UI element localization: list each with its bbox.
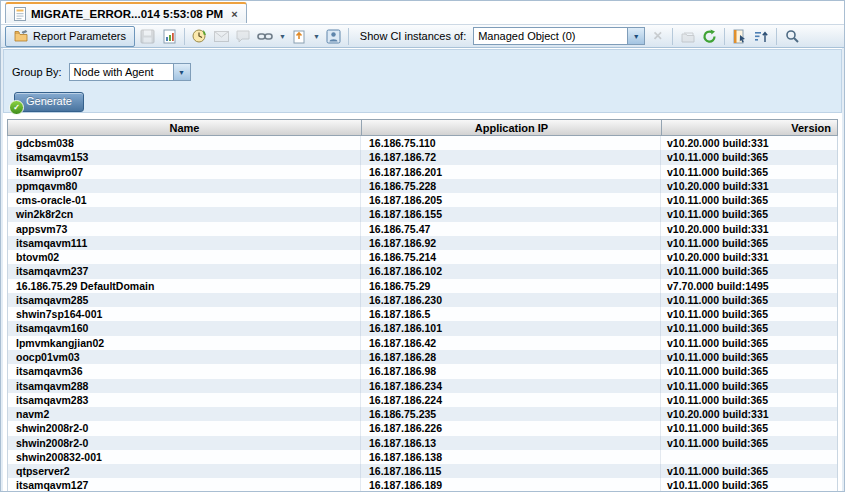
export-dropdown-caret-icon[interactable]: ▼	[313, 33, 320, 40]
table-row[interactable]: itsamwipro0716.187.186.201v10.11.000 bui…	[8, 165, 837, 179]
link-dropdown-caret-icon[interactable]: ▼	[279, 33, 286, 40]
export-report-icon[interactable]	[160, 27, 179, 46]
table-cell: v10.20.000 build:331	[661, 136, 837, 150]
table-cell: 16.187.186.189	[361, 478, 661, 492]
clear-icon: ✕	[648, 27, 667, 46]
group-by-value: Node with Agent	[70, 66, 173, 78]
toolbar-separator	[724, 28, 725, 45]
table-cell: v10.11.000 build:365	[661, 379, 837, 393]
table-cell: v10.11.000 build:365	[661, 150, 837, 164]
ci-instances-select[interactable]: Managed Object (0) ▼	[473, 27, 645, 45]
table-cell: v10.11.000 build:365	[661, 207, 837, 221]
group-by-label: Group By:	[12, 66, 62, 78]
tab-title: MIGRATE_ERROR...014 5:53:08 PM	[31, 8, 223, 20]
table-cell: 16.186.75.110	[361, 136, 661, 150]
group-by-select[interactable]: Node with Agent ▼	[69, 63, 191, 81]
report-parameters-button[interactable]: Report Parameters	[5, 26, 135, 47]
table-cell: 16.187.186.234	[361, 379, 661, 393]
table-row[interactable]: cms-oracle-0116.187.186.205v10.11.000 bu…	[8, 193, 837, 207]
table-cell: appsvm73	[8, 222, 361, 236]
table-cell: 16.187.186.42	[361, 336, 661, 350]
table-cell: v10.11.000 build:365	[661, 264, 837, 278]
search-icon[interactable]	[782, 27, 801, 46]
table-row[interactable]: gdcbsm03816.186.75.110v10.20.000 build:3…	[8, 136, 837, 150]
table-cell: ppmqavm80	[8, 179, 361, 193]
table-cell: 16.187.186.201	[361, 165, 661, 179]
table-row[interactable]: itsamqavm16016.187.186.101v10.11.000 bui…	[8, 321, 837, 335]
table-row[interactable]: shwin200832-00116.187.186.138	[8, 450, 837, 464]
table-row[interactable]: shwin7sp164-00116.187.186.5v10.11.000 bu…	[8, 307, 837, 321]
toolbar: Report Parameters ▼ ▼ Show CI	[1, 24, 844, 48]
table-cell: shwin2008r2-0	[8, 421, 361, 435]
table-cell: navm2	[8, 407, 361, 421]
table-row[interactable]: itsamqavm23716.187.186.102v10.11.000 bui…	[8, 264, 837, 278]
link-icon[interactable]	[256, 27, 275, 46]
chevron-down-icon[interactable]: ▼	[627, 28, 644, 44]
table-cell: 16.186.75.47	[361, 222, 661, 236]
document-icon	[14, 7, 26, 21]
generate-button-label: Generate	[26, 95, 72, 107]
report-parameters-label: Report Parameters	[33, 30, 126, 42]
table-cell: shwin2008r2-0	[8, 436, 361, 450]
select-view-icon[interactable]	[730, 27, 749, 46]
table-row[interactable]: itsamqavm15316.187.186.72v10.11.000 buil…	[8, 150, 837, 164]
user-icon[interactable]	[324, 27, 343, 46]
table-row[interactable]: btovm0216.186.75.214v10.20.000 build:331	[8, 250, 837, 264]
toolbar-separator	[672, 28, 673, 45]
table-row[interactable]: win2k8r2cn16.187.186.155v10.11.000 build…	[8, 207, 837, 221]
sort-icon[interactable]	[752, 27, 771, 46]
table-row[interactable]: itsamqavm28316.187.186.224v10.11.000 bui…	[8, 393, 837, 407]
table-row[interactable]: 16.186.75.29 DefaultDomain16.186.75.29v7…	[8, 279, 837, 293]
table-cell: oocp01vm03	[8, 350, 361, 364]
table-cell: cms-oracle-01	[8, 193, 361, 207]
table-row[interactable]: navm216.186.75.235v10.20.000 build:331	[8, 407, 837, 421]
table-cell: 16.187.186.101	[361, 321, 661, 335]
table-row[interactable]: shwin2008r2-016.187.186.13v10.11.000 bui…	[8, 436, 837, 450]
schedule-icon[interactable]	[190, 27, 209, 46]
table-cell: 16.186.75.29 DefaultDomain	[8, 279, 361, 293]
column-header-name[interactable]: Name	[8, 120, 362, 135]
check-icon: ✓	[9, 100, 24, 115]
table-cell: itsamqavm153	[8, 150, 361, 164]
table-cell: v10.11.000 build:365	[661, 193, 837, 207]
chevron-down-icon[interactable]: ▼	[173, 64, 190, 80]
table-row[interactable]: ppmqavm8016.186.75.228v10.20.000 build:3…	[8, 179, 837, 193]
table-row[interactable]: itsamqavm11116.187.186.92v10.11.000 buil…	[8, 236, 837, 250]
table-cell: 16.187.186.98	[361, 364, 661, 378]
table-row[interactable]: shwin2008r2-016.187.186.226v10.11.000 bu…	[8, 421, 837, 435]
table-cell: v10.20.000 build:331	[661, 250, 837, 264]
column-header-version[interactable]: Version	[662, 120, 837, 135]
refresh-icon[interactable]	[700, 27, 719, 46]
table-cell	[661, 450, 837, 464]
tab-migrate-error-report[interactable]: MIGRATE_ERROR...014 5:53:08 PM ×	[5, 2, 247, 23]
table-cell: v10.11.000 build:365	[661, 293, 837, 307]
table-row[interactable]: appsvm7316.186.75.47v10.20.000 build:331	[8, 222, 837, 236]
table-cell: 16.187.186.5	[361, 307, 661, 321]
table-row[interactable]: lpmvmkangjian0216.187.186.42v10.11.000 b…	[8, 336, 837, 350]
table-cell: v10.11.000 build:365	[661, 464, 837, 478]
table-cell: 16.187.186.13	[361, 436, 661, 450]
generate-button[interactable]: Generate ✓	[14, 92, 84, 112]
table-row[interactable]: itsamqavm28516.187.186.230v10.11.000 bui…	[8, 293, 837, 307]
email-icon	[212, 27, 231, 46]
table-cell: 16.187.186.226	[361, 421, 661, 435]
export-icon[interactable]	[290, 27, 309, 46]
table-cell: v10.20.000 build:331	[661, 407, 837, 421]
tab-close-icon[interactable]: ×	[231, 8, 237, 20]
table-row[interactable]: itsamqavm28816.187.186.234v10.11.000 bui…	[8, 379, 837, 393]
table-cell: 16.187.186.230	[361, 293, 661, 307]
table-cell: itsamwipro07	[8, 165, 361, 179]
table-cell: lpmvmkangjian02	[8, 336, 361, 350]
table-row[interactable]: itsamqavm3616.187.186.98v10.11.000 build…	[8, 364, 837, 378]
table-cell: 16.186.75.235	[361, 407, 661, 421]
table-row[interactable]: qtpserver216.187.186.115v10.11.000 build…	[8, 464, 837, 478]
table-cell: itsamqavm288	[8, 379, 361, 393]
table-cell: v10.11.000 build:365	[661, 165, 837, 179]
table-row[interactable]: oocp01vm0316.187.186.28v10.11.000 build:…	[8, 350, 837, 364]
table-row[interactable]: itsamqavm12716.187.186.189v10.11.000 bui…	[8, 478, 837, 492]
table-cell: v10.11.000 build:365	[661, 364, 837, 378]
table-cell: v10.11.000 build:365	[661, 336, 837, 350]
column-header-application-ip[interactable]: Application IP	[362, 120, 662, 135]
report-window: MIGRATE_ERROR...014 5:53:08 PM × Report …	[0, 0, 845, 492]
table-cell: itsamqavm36	[8, 364, 361, 378]
